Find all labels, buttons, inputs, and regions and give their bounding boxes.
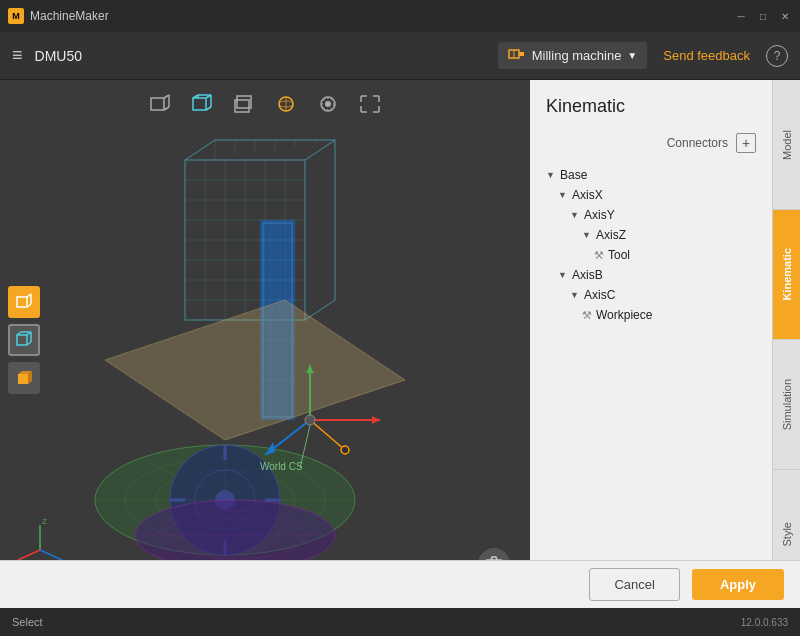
- svg-point-74: [305, 415, 315, 425]
- tree-arrow-axisx: ▼: [558, 190, 568, 200]
- kinematic-tree: ▼ Base ▼ AxisX ▼ AxisY ▼ AxisZ: [546, 165, 756, 325]
- maximize-button[interactable]: □: [756, 9, 770, 23]
- minimize-button[interactable]: ─: [734, 9, 748, 23]
- tree-item-axisy[interactable]: ▼ AxisY: [570, 205, 756, 225]
- sidebar-tabs: Model Kinematic Simulation Style: [772, 80, 800, 600]
- svg-rect-87: [193, 98, 206, 110]
- close-button[interactable]: ✕: [778, 9, 792, 23]
- tree-item-axisc[interactable]: ▼ AxisC: [570, 285, 756, 305]
- panel-title: Kinematic: [546, 96, 756, 117]
- tab-style-label: Style: [781, 522, 793, 546]
- workpiece-icon: ⚒: [582, 309, 592, 322]
- tree-label-axisx: AxisX: [572, 188, 603, 202]
- back-view-button[interactable]: [226, 88, 262, 120]
- tab-simulation[interactable]: Simulation: [773, 340, 800, 470]
- svg-text:Z: Z: [42, 517, 47, 526]
- tree-label-tool: Tool: [608, 248, 630, 262]
- tab-kinematic-label: Kinematic: [781, 248, 793, 301]
- svg-point-73: [341, 446, 349, 454]
- svg-rect-110: [17, 297, 27, 307]
- tree-item-axisx[interactable]: ▼ AxisX: [558, 185, 756, 205]
- scene-svg: World CS Z Left Front: [0, 80, 530, 600]
- frame-tool-button[interactable]: [8, 324, 40, 356]
- svg-rect-83: [151, 98, 164, 110]
- tree-arrow-axisb: ▼: [558, 270, 568, 280]
- right-sidebar: Kinematic Connectors + ▼ Base ▼ AxisX: [530, 80, 800, 600]
- svg-rect-114: [17, 335, 27, 345]
- apply-button[interactable]: Apply: [692, 569, 784, 600]
- tree-item-base[interactable]: ▼ Base: [546, 165, 756, 185]
- tree-arrow-axisc: ▼: [570, 290, 580, 300]
- tree-label-workpiece: Workpiece: [596, 308, 652, 322]
- tree-item-workpiece[interactable]: ⚒ Workpiece: [582, 305, 756, 325]
- status-text: Select: [12, 616, 43, 628]
- left-tools-panel: [8, 286, 40, 394]
- tree-arrow-axisy: ▼: [570, 210, 580, 220]
- connectors-label: Connectors: [667, 136, 728, 150]
- box-tool-button[interactable]: [8, 286, 40, 318]
- connectors-bar: Connectors +: [546, 133, 756, 153]
- tab-simulation-label: Simulation: [781, 379, 793, 430]
- statusbar: Select 12.0.0.633: [0, 608, 800, 636]
- tab-model[interactable]: Model: [773, 80, 800, 210]
- app-icon: M: [8, 8, 24, 24]
- machine-type-selector[interactable]: Milling machine ▼: [498, 42, 648, 69]
- tree-item-axisz[interactable]: ▼ AxisZ: [582, 225, 756, 245]
- hamburger-menu[interactable]: ≡: [12, 45, 23, 66]
- machine-type-label: Milling machine: [532, 48, 622, 63]
- tree-label-axisb: AxisB: [572, 268, 603, 282]
- dot-view-button[interactable]: [310, 88, 346, 120]
- tree-label-axisy: AxisY: [584, 208, 615, 222]
- footer: Cancel Apply: [0, 560, 800, 608]
- machine-type-icon: [508, 46, 526, 65]
- titlebar-left: M MachineMaker: [8, 8, 109, 24]
- machine-name: DMU50: [35, 48, 82, 64]
- tree-arrow-axisz: ▼: [582, 230, 592, 240]
- cancel-button[interactable]: Cancel: [589, 568, 679, 601]
- viewport[interactable]: World CS Z Left Front: [0, 80, 530, 600]
- top-tools-bar: [142, 88, 388, 120]
- tool-icon: ⚒: [594, 249, 604, 262]
- tree-label-axisc: AxisC: [584, 288, 615, 302]
- titlebar: M MachineMaker ─ □ ✕: [0, 0, 800, 32]
- add-connector-button[interactable]: +: [736, 133, 756, 153]
- sidebar-content: Kinematic Connectors + ▼ Base ▼ AxisX: [530, 80, 772, 600]
- app-title: MachineMaker: [30, 9, 109, 23]
- svg-text:World CS: World CS: [260, 461, 303, 472]
- tree-item-axisb[interactable]: ▼ AxisB: [558, 265, 756, 285]
- tab-kinematic[interactable]: Kinematic: [773, 210, 800, 340]
- tree-item-tool[interactable]: ⚒ Tool: [594, 245, 756, 265]
- tree-label-base: Base: [560, 168, 587, 182]
- window-controls: ─ □ ✕: [734, 9, 792, 23]
- sphere-view-button[interactable]: [268, 88, 304, 120]
- box-view-button[interactable]: [142, 88, 178, 120]
- version-text: 12.0.0.633: [741, 617, 788, 628]
- send-feedback-button[interactable]: Send feedback: [663, 48, 750, 63]
- main-area: World CS Z Left Front: [0, 80, 800, 600]
- svg-rect-120: [18, 374, 28, 384]
- tree-label-axisz: AxisZ: [596, 228, 626, 242]
- help-button[interactable]: ?: [766, 45, 788, 67]
- toolbar: ≡ DMU50 Milling machine ▼ Send feedback …: [0, 32, 800, 80]
- wireframe-view-button[interactable]: [184, 88, 220, 120]
- machine-type-dropdown-icon[interactable]: ▼: [627, 50, 637, 61]
- tab-model-label: Model: [781, 130, 793, 160]
- svg-rect-1: [519, 52, 524, 56]
- cube-tool-button[interactable]: [8, 362, 40, 394]
- expand-button[interactable]: [352, 88, 388, 120]
- svg-point-100: [325, 101, 331, 107]
- tree-arrow-base: ▼: [546, 170, 556, 180]
